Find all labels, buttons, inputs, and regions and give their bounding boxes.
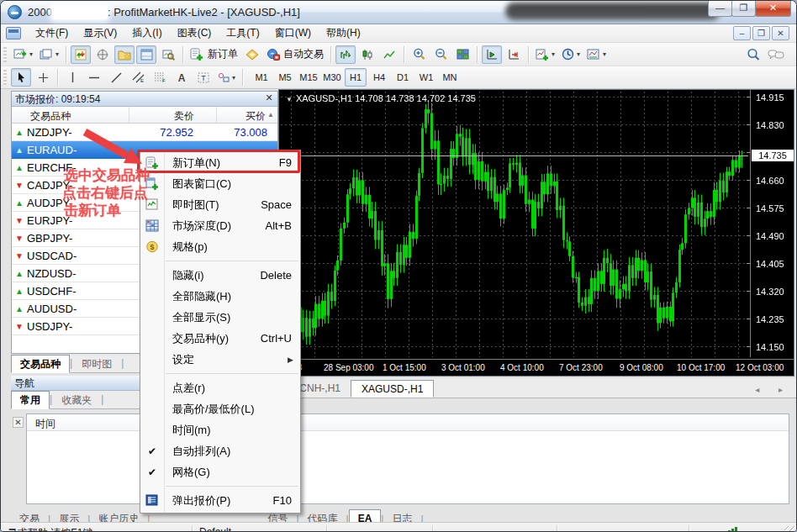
mdi-restore-button[interactable]: ❐ — [752, 26, 770, 40]
timeframe-m15[interactable]: M15 — [298, 68, 319, 87]
horizontal-line-button[interactable] — [84, 68, 104, 87]
scroll-up-icon[interactable]: ▲ — [267, 107, 277, 123]
context-menu-item-15[interactable]: ✔自动排列(A) — [140, 440, 300, 461]
context-menu-item-7[interactable]: 全部隐藏(H) — [140, 286, 300, 307]
navigator-tab-常用[interactable]: 常用 — [11, 391, 50, 409]
market-watch-tab-交易品种[interactable]: 交易品种 — [11, 355, 70, 373]
toolbar-grip[interactable] — [3, 70, 7, 85]
metaeditor-button[interactable] — [242, 45, 262, 64]
context-menu-item-1[interactable]: 图表窗口(C) — [140, 173, 300, 194]
search-button[interactable] — [743, 45, 763, 64]
column-sell[interactable]: 卖价 — [129, 107, 217, 123]
mdi-close-button[interactable]: ✕ — [772, 26, 789, 40]
close-icon[interactable]: ✕ — [13, 417, 24, 428]
tab-scroll-arrows[interactable]: ◂ ▸ — [755, 385, 791, 394]
context-menu-item-18[interactable]: 弹出报价(P)F10 — [140, 490, 300, 511]
context-menu-item-9[interactable]: 交易品种(y)Ctrl+U — [140, 328, 300, 349]
timeframe-h4[interactable]: H4 — [368, 68, 390, 87]
timeframe-h1[interactable]: H1 — [345, 68, 367, 87]
context-menu-item-14[interactable]: 时间(m) — [140, 419, 300, 440]
context-menu-item-12[interactable]: 点差(r) — [140, 377, 300, 398]
dropdown-arrow-icon[interactable]: ▾ — [29, 50, 33, 58]
price-axis[interactable]: 14.91514.83014.74514.66014.57514.49014.4… — [750, 90, 794, 357]
chart-tab-xagusdh1[interactable]: XAGUSD-,H1 — [351, 380, 434, 398]
menu-6[interactable]: 帮助(H) — [319, 24, 368, 43]
menu-5[interactable]: 窗口(W) — [267, 24, 319, 43]
timeframe-m30[interactable]: M30 — [321, 68, 343, 87]
toolbar-grip[interactable] — [3, 47, 7, 62]
zoom-in-button[interactable] — [409, 45, 429, 64]
resize-grip[interactable] — [784, 526, 796, 532]
vertical-line-button[interactable] — [62, 68, 82, 87]
timeframe-w1[interactable]: W1 — [415, 68, 437, 87]
channel-button[interactable]: E — [128, 68, 148, 87]
fibonacci-button[interactable]: F — [150, 68, 170, 87]
column-buy[interactable]: 买价 — [217, 107, 267, 123]
trendline-button[interactable] — [106, 68, 126, 87]
chevron-down-icon[interactable]: ▼ — [286, 96, 293, 103]
navigator-toggle[interactable] — [114, 45, 135, 64]
window-close-button[interactable]: ✕ — [755, 1, 791, 17]
auto-scroll-toggle[interactable] — [482, 45, 502, 64]
dropdown-arrow-icon[interactable]: ▾ — [577, 50, 580, 58]
context-menu-item-16[interactable]: ✔网格(G) — [140, 461, 300, 482]
market-watch-tab-即时图[interactable]: 即时图 — [72, 355, 121, 373]
menu-1[interactable]: 显示(V) — [76, 24, 124, 43]
timeframe-m5[interactable]: M5 — [274, 68, 296, 87]
chat-button[interactable] — [765, 45, 787, 64]
window-minimize-button[interactable]: — — [708, 1, 732, 17]
navigator-tab-收藏夹[interactable]: 收藏夹 — [52, 391, 101, 409]
new-chart-button[interactable]: ▾ — [11, 45, 35, 64]
dropdown-arrow-icon[interactable]: ▾ — [232, 74, 235, 82]
strategy-tester-button[interactable] — [158, 45, 178, 64]
close-icon[interactable]: ✕ — [263, 92, 275, 104]
context-menu-item-8[interactable]: 全部显示(S) — [140, 307, 300, 328]
context-menu-item-6[interactable]: 隐藏(i)Delete — [140, 265, 300, 286]
mdi-minimize-button[interactable]: – — [733, 26, 751, 40]
shapes-button[interactable]: ▾ — [215, 68, 238, 87]
time-axis[interactable]: 201828 Sep 03:001 Oct 15:003 Oct 01:004 … — [279, 359, 794, 376]
timeframe-m1[interactable]: M1 — [251, 68, 272, 87]
templates-button[interactable]: ▾ — [584, 45, 609, 64]
candlestick-button[interactable] — [357, 45, 377, 64]
timeframe-d1[interactable]: D1 — [392, 68, 414, 87]
status-profile[interactable]: Default — [193, 525, 327, 532]
cursor-button[interactable] — [11, 68, 31, 87]
indicators-button[interactable]: ▾ — [533, 45, 557, 64]
context-menu-item-0[interactable]: 新订单(N)F9 — [140, 152, 300, 173]
timeframe-mn[interactable]: MN — [439, 68, 461, 87]
crosshair-button[interactable] — [33, 68, 53, 87]
crosshair-icon — [38, 72, 49, 83]
periods-button[interactable]: ▾ — [559, 45, 583, 64]
context-menu-item-10[interactable]: 设定▶ — [140, 349, 300, 370]
menu-0[interactable]: 文件(F) — [28, 24, 76, 43]
dropdown-arrow-icon[interactable]: ▾ — [552, 50, 555, 58]
cursor-icon — [16, 71, 27, 83]
zoom-out-button[interactable] — [430, 45, 451, 64]
window-maximize-button[interactable]: ❐ — [731, 1, 756, 17]
chart-shift-toggle[interactable] — [504, 45, 524, 64]
context-menu-item-4[interactable]: $规格(p) — [140, 236, 300, 257]
text-button[interactable]: A — [172, 68, 192, 87]
market-watch-row-nzdjpy[interactable]: ▲NZDJPY-72.95273.008 — [12, 124, 277, 141]
terminal-toggle[interactable] — [136, 45, 156, 64]
tile-windows-button[interactable] — [452, 45, 472, 64]
dropdown-arrow-icon[interactable]: ▾ — [603, 50, 606, 58]
menu-4[interactable]: 工具(T) — [219, 24, 267, 43]
line-chart-button[interactable] — [379, 45, 399, 64]
context-menu-item-13[interactable]: 最高价/最低价(L) — [140, 398, 300, 419]
context-menu-item-3[interactable]: 市场深度(D)Alt+B — [140, 215, 300, 236]
profiles-button[interactable]: ▾ — [37, 45, 61, 64]
market-watch-toggle[interactable] — [71, 45, 91, 64]
dropdown-arrow-icon[interactable]: ▾ — [55, 50, 59, 58]
menu-2[interactable]: 插入(I) — [124, 24, 169, 43]
context-menu-item-2[interactable]: 即时图(T)Space — [140, 194, 300, 215]
column-symbol[interactable]: 交易品种 — [12, 107, 129, 123]
bar-chart-button[interactable] — [335, 45, 356, 64]
new-order-button[interactable]: 新订单 — [187, 45, 240, 64]
data-window-button[interactable] — [92, 45, 113, 64]
text-label-button[interactable]: T — [193, 68, 214, 87]
menu-3[interactable]: 图表(C) — [170, 24, 219, 43]
price-chart[interactable] — [281, 92, 748, 357]
autotrading-button[interactable]: 自动交易 — [264, 45, 326, 64]
